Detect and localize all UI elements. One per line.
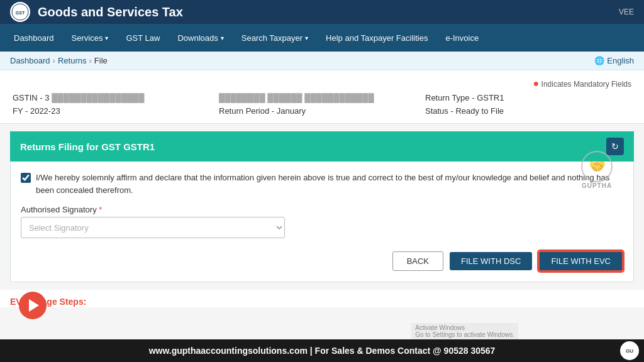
fy-cell: FY - 2022-23 xyxy=(13,106,219,116)
guptha-watermark: 🤝 GUPTHA xyxy=(581,151,613,189)
bottom-logo: GU xyxy=(620,341,639,360)
nav-gst-law[interactable]: GST Law xyxy=(117,24,169,52)
main-nav: Dashboard Services ▾ GST Law Downloads ▾… xyxy=(0,24,644,52)
signatory-label: Authorised Signatory * xyxy=(21,205,623,214)
declaration-checkbox[interactable] xyxy=(21,173,31,183)
play-button[interactable] xyxy=(19,292,47,319)
return-type-cell: Return Type - GSTR1 xyxy=(425,93,631,102)
gst-logo: GST xyxy=(10,2,30,22)
nav-dashboard[interactable]: Dashboard xyxy=(5,24,63,52)
breadcrumb-sep-1: › xyxy=(53,56,55,65)
breadcrumb-bar: Dashboard › Returns › File 🌐 English xyxy=(0,52,644,70)
guptha-circle: 🤝 xyxy=(581,151,613,182)
downloads-caret: ▾ xyxy=(221,35,224,41)
signatory-select[interactable]: Select Signatory xyxy=(21,217,285,238)
bottom-text: www.gupthaaccountingsolutions.com | For … xyxy=(149,346,496,356)
breadcrumb: Dashboard › Returns › File xyxy=(10,56,108,65)
refresh-icon: ↻ xyxy=(611,141,619,151)
breadcrumb-dashboard[interactable]: Dashboard xyxy=(10,56,50,65)
mandatory-note: ● Indicates Mandatory Fields xyxy=(13,78,631,89)
declaration-text: I/We hereby solemnly affirm and declare … xyxy=(36,172,623,196)
nav-services[interactable]: Services ▾ xyxy=(63,24,118,52)
language-selector[interactable]: 🌐 English xyxy=(594,56,634,65)
returns-title: Returns Filing for GST GSTR1 xyxy=(20,141,155,152)
returns-section: Returns Filing for GST GSTR1 ↻ I/We here… xyxy=(10,131,634,282)
back-button[interactable]: BACK xyxy=(392,251,443,271)
info-row-1: GSTIN - 3 ████████████████ ████████ ████… xyxy=(13,93,631,102)
play-triangle-icon xyxy=(29,299,39,312)
info-row-2: FY - 2022-23 Return Period - January Sta… xyxy=(13,106,631,116)
breadcrumb-sep-2: › xyxy=(89,56,91,65)
nav-help[interactable]: Help and Taxpayer Facilities xyxy=(317,24,436,52)
usage-section: EVC Usage Steps: xyxy=(0,290,644,307)
globe-icon: 🌐 xyxy=(594,56,604,65)
return-period-cell: Return Period - January xyxy=(219,106,425,116)
nav-downloads[interactable]: Downloads ▾ xyxy=(169,24,232,52)
breadcrumb-returns[interactable]: Returns xyxy=(58,56,87,65)
mandatory-dot: ● xyxy=(533,78,540,89)
required-star: * xyxy=(99,205,102,214)
info-section: ● Indicates Mandatory Fields GSTIN - 3 █… xyxy=(0,70,644,124)
guptha-label: GUPTHA xyxy=(581,182,613,189)
file-evc-button[interactable]: FILE WITH EVC xyxy=(538,251,623,272)
user-info: VEE xyxy=(619,8,634,16)
top-header: GST Goods and Services Tax VEE xyxy=(0,0,644,24)
breadcrumb-file: File xyxy=(94,56,108,65)
returns-body: I/We hereby solemnly affirm and declare … xyxy=(10,162,634,282)
services-caret: ▾ xyxy=(105,35,108,41)
signatory-field: Authorised Signatory * Select Signatory xyxy=(21,205,623,238)
action-row: BACK FILE WITH DSC FILE WITH EVC xyxy=(21,251,623,272)
declaration-row: I/We hereby solemnly affirm and declare … xyxy=(21,172,623,196)
file-dsc-button[interactable]: FILE WITH DSC xyxy=(450,252,532,270)
taskbar-hint: Activate WindowsGo to Settings to activa… xyxy=(411,323,518,339)
gstin-cell: GSTIN - 3 ████████████████ xyxy=(13,93,219,102)
status-cell: Status - Ready to File xyxy=(425,106,631,116)
bottom-bar: www.gupthaaccountingsolutions.com | For … xyxy=(0,339,644,362)
nav-search-taxpayer[interactable]: Search Taxpayer ▾ xyxy=(233,24,317,52)
extra-info-cell: ████████ ██████ ████████████ xyxy=(219,93,425,102)
nav-einvoice[interactable]: e-Invoice xyxy=(436,24,487,52)
gstin-value: ████████████████ xyxy=(52,93,144,102)
guptha-hand-icon: 🤝 xyxy=(589,158,606,175)
svg-text:GST: GST xyxy=(16,11,25,15)
returns-header: Returns Filing for GST GSTR1 ↻ xyxy=(10,131,634,162)
search-taxpayer-caret: ▾ xyxy=(305,35,308,41)
site-title: Goods and Services Tax xyxy=(38,5,183,19)
